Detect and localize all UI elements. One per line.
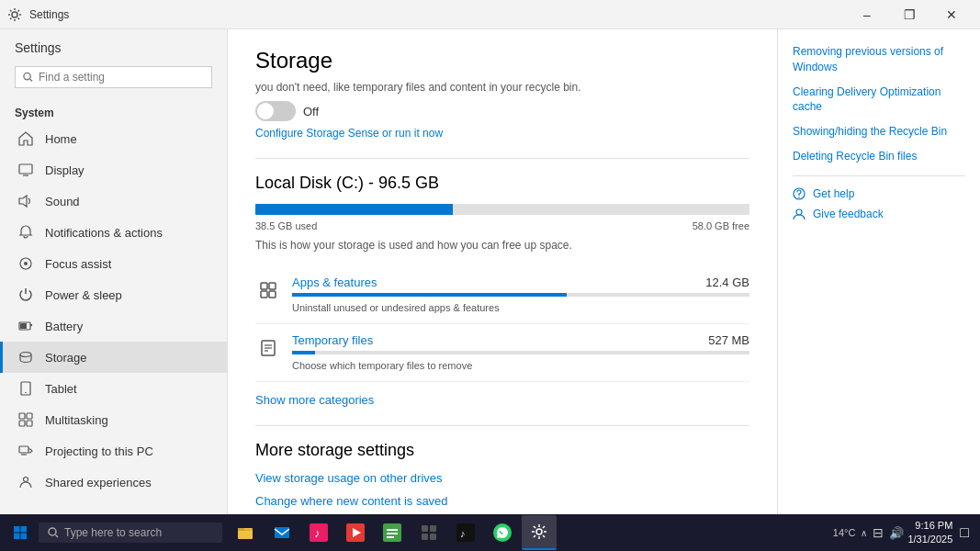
svg-marker-5 — [19, 196, 27, 207]
svg-text:♪: ♪ — [314, 526, 321, 540]
svg-line-2 — [30, 79, 32, 81]
right-panel-link-3[interactable]: Deleting Recycle Bin files — [793, 149, 965, 164]
taskbar-search-text: Type here to search — [64, 526, 162, 539]
feedback-icon — [793, 208, 805, 220]
right-panel-link-1[interactable]: Clearing Delivery Optimization cache — [793, 84, 965, 116]
sidebar-item-home[interactable]: Home — [0, 123, 227, 154]
taskbar-clock: 9:16 PM — [907, 519, 952, 533]
main-content: Storage you don't need, like temporary f… — [228, 29, 778, 514]
show-more-categories[interactable]: Show more categories — [255, 393, 749, 407]
svg-rect-32 — [14, 526, 20, 533]
storage-sense-description: you don't need, like temporary files and… — [255, 81, 749, 94]
svg-rect-34 — [14, 534, 20, 540]
svg-rect-10 — [20, 323, 27, 329]
sidebar-item-sound[interactable]: Sound — [0, 186, 227, 217]
svg-rect-33 — [21, 526, 28, 533]
give-feedback-button[interactable]: Give feedback — [793, 208, 965, 220]
start-button[interactable] — [4, 516, 37, 549]
svg-rect-14 — [19, 413, 25, 419]
taskbar-app-whatsapp[interactable] — [485, 515, 520, 550]
storage-used-label: 38.5 GB used — [255, 220, 317, 231]
svg-point-36 — [49, 528, 56, 535]
taskbar-app-misc[interactable] — [411, 515, 446, 550]
chevron-icon: ∧ — [861, 528, 867, 538]
storage-bar-used — [255, 204, 453, 215]
more-settings-title: More storage settings — [255, 441, 749, 460]
storage-item-apps: Apps & features 12.4 GB Uninstall unused… — [255, 266, 749, 324]
sidebar: Settings System Home Display — [0, 29, 228, 514]
taskbar-right: 14°C ∧ ⊟ 🔊 9:16 PM 1/31/2025 □ — [833, 519, 976, 547]
sidebar-item-storage[interactable]: Storage — [0, 342, 227, 373]
maximize-button[interactable]: ❐ — [888, 0, 930, 29]
svg-rect-39 — [238, 528, 244, 531]
right-panel-link-2[interactable]: Showing/hiding the Recycle Bin — [793, 124, 965, 140]
give-feedback-label: Give feedback — [813, 208, 884, 220]
sidebar-item-tablet[interactable]: Tablet — [0, 373, 227, 404]
taskbar-app-file-explorer[interactable] — [228, 515, 263, 550]
taskbar-app-files[interactable] — [375, 515, 410, 550]
svg-rect-50 — [430, 525, 436, 532]
svg-point-0 — [12, 12, 17, 17]
temp-header: Temporary files 527 MB — [292, 333, 749, 347]
display-icon — [17, 162, 34, 178]
title-bar-controls: – ❐ ✕ — [846, 0, 973, 29]
get-help-button[interactable]: Get help — [793, 187, 965, 200]
sidebar-item-focus[interactable]: Focus assist — [0, 248, 227, 279]
svg-rect-17 — [27, 421, 32, 426]
search-box[interactable] — [15, 66, 212, 88]
power-icon — [17, 287, 34, 303]
svg-rect-49 — [422, 525, 428, 532]
search-icon — [23, 72, 33, 83]
taskbar-app-settings[interactable] — [522, 515, 557, 550]
view-other-drives-link[interactable]: View storage usage on other drives — [255, 471, 749, 485]
storage-sense-toggle[interactable] — [255, 101, 296, 121]
svg-point-1 — [24, 73, 30, 79]
whatsapp-icon — [493, 523, 512, 542]
sidebar-item-display[interactable]: Display — [0, 154, 227, 186]
minimize-button[interactable]: – — [846, 0, 888, 29]
get-help-label: Get help — [813, 187, 854, 200]
taskbar-volume-icon: 🔊 — [889, 526, 904, 540]
svg-rect-23 — [261, 291, 267, 298]
svg-rect-22 — [269, 283, 276, 289]
sidebar-item-projecting[interactable]: Projecting to this PC — [0, 435, 227, 467]
configure-link[interactable]: Configure Storage Sense or run it now — [255, 127, 749, 140]
svg-point-7 — [24, 262, 28, 265]
misc-icon — [420, 523, 438, 542]
svg-point-11 — [20, 353, 31, 357]
svg-point-20 — [24, 478, 28, 482]
taskbar-network-icon: ⊟ — [873, 525, 884, 540]
taskbar-app-inbox[interactable] — [265, 515, 299, 550]
sidebar-item-notifications[interactable]: Notifications & actions — [0, 217, 227, 248]
change-content-location-link[interactable]: Change where new content is saved — [255, 494, 749, 508]
apps-name[interactable]: Apps & features — [292, 276, 377, 289]
tiktok-icon: ♪ — [456, 523, 475, 542]
sidebar-item-battery[interactable]: Battery — [0, 310, 227, 342]
title-bar-title: Settings — [29, 8, 69, 21]
sidebar-item-shared[interactable]: Shared experiences — [0, 467, 227, 498]
apps-bar — [292, 293, 749, 297]
svg-rect-51 — [422, 534, 428, 540]
search-input[interactable] — [39, 71, 204, 84]
taskbar-search[interactable]: Type here to search — [39, 523, 222, 543]
svg-point-30 — [798, 197, 800, 198]
svg-rect-52 — [430, 534, 436, 540]
sidebar-top: Settings — [0, 29, 227, 96]
svg-rect-40 — [275, 527, 289, 538]
close-button[interactable]: ✕ — [930, 0, 973, 29]
right-panel-link-0[interactable]: Removing previous versions of Windows — [793, 44, 965, 75]
sidebar-item-power[interactable]: Power & sleep — [0, 279, 227, 310]
svg-text:♪: ♪ — [460, 528, 466, 539]
temp-name[interactable]: Temporary files — [292, 333, 373, 347]
taskbar-app-music[interactable]: ♪ — [301, 515, 336, 550]
svg-rect-53 — [456, 523, 475, 542]
storage-icon — [17, 349, 34, 365]
taskbar-app-tiktok[interactable]: ♪ — [448, 515, 483, 550]
inbox-icon — [273, 523, 291, 542]
app-container: Settings System Home Display — [0, 29, 980, 514]
taskbar-app-media[interactable] — [338, 515, 373, 550]
sound-icon — [17, 193, 34, 209]
toggle-row: Off — [255, 101, 749, 121]
notification-button[interactable]: □ — [956, 524, 973, 541]
sidebar-item-multitasking[interactable]: Multitasking — [0, 404, 227, 435]
